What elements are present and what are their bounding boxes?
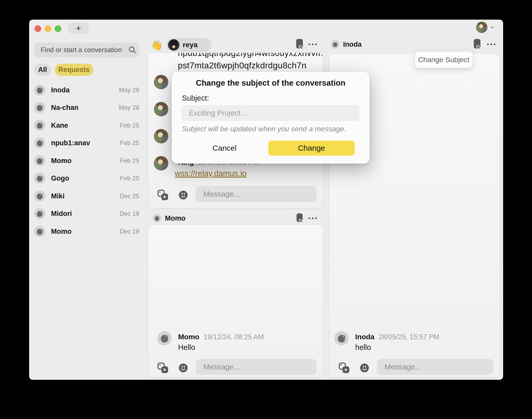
search-icon — [128, 46, 137, 54]
clipped-message-line: npub1qjqtnpdg2lygn4wfs0uyxzxnvvmjry — [148, 53, 323, 59]
conversation-name: Gogo — [51, 174, 120, 182]
inoda-avatar — [331, 40, 339, 49]
message-sender: Momo — [178, 333, 199, 341]
conversation-date: Dec 19 — [120, 210, 139, 217]
screenshot-canvas: + All Requests Inoda May 28 Na-chan May … — [0, 0, 532, 419]
change-button[interactable]: Change — [268, 141, 355, 156]
wave-emoji: 👋 — [151, 40, 163, 51]
modal-title: Change the subject of the conversation — [172, 78, 370, 88]
bird-avatar — [34, 226, 45, 237]
zoom-window-button[interactable] — [55, 25, 61, 32]
conversation-row-momo1[interactable]: Momo Feb 25 — [34, 152, 139, 170]
close-window-button[interactable] — [35, 25, 41, 32]
tab-requests[interactable]: Requests — [55, 64, 93, 76]
bird-avatar — [34, 155, 45, 166]
reya-conversation-chip[interactable]: reya — [167, 38, 212, 52]
relay-link[interactable]: wss://relay.damus.io — [175, 169, 247, 178]
bird-avatar — [34, 102, 45, 113]
momo-avatar — [153, 214, 161, 223]
momo-chat-panel: Momo 19/12/24, 08:25 AM Hello — [148, 225, 323, 377]
change-subject-tooltip: Change Subject — [415, 52, 472, 68]
change-subject-icon[interactable] — [472, 38, 483, 50]
message-header: Momo 19/12/24, 08:25 AM — [178, 333, 264, 341]
bird-avatar — [34, 190, 45, 202]
cancel-button[interactable]: Cancel — [200, 141, 249, 156]
subject-label: Subject: — [182, 94, 209, 102]
message-sender: Inoda — [355, 333, 375, 341]
message-avatar[interactable] — [154, 102, 168, 116]
message-avatar[interactable] — [157, 331, 172, 345]
search-input[interactable] — [34, 43, 139, 57]
conversation-row-miki[interactable]: Miki Dec 25 — [34, 187, 139, 205]
attach-media-icon[interactable] — [157, 189, 169, 201]
minimize-window-button[interactable] — [45, 25, 51, 32]
conversation-date: Feb 25 — [120, 139, 139, 147]
message-input[interactable] — [196, 359, 317, 375]
conversation-row-npub[interactable]: npub1:anav Feb 25 — [34, 134, 139, 152]
message-input[interactable] — [377, 359, 493, 375]
attach-media-icon[interactable] — [338, 362, 350, 374]
account-menu[interactable] — [476, 22, 495, 33]
conversation-name: Momo — [51, 157, 120, 165]
message-avatar[interactable] — [154, 75, 168, 89]
conversation-date: Dec 25 — [120, 192, 139, 200]
reya-title: reya — [183, 41, 198, 49]
message-timestamp: 28/05/25, 15:57 PM — [379, 333, 439, 341]
conversation-name: Kane — [51, 122, 120, 130]
conversation-row-nachan[interactable]: Na-chan May 28 — [34, 99, 139, 116]
conversation-name: Na-chan — [51, 104, 119, 112]
user-avatar[interactable] — [476, 22, 487, 33]
new-conversation-button[interactable]: + — [68, 22, 89, 34]
bird-avatar — [34, 120, 45, 131]
subject-hint: Subject will be updated when you send a … — [182, 125, 346, 133]
inoda-panel-title: Inoda — [343, 41, 362, 49]
conversation-name: npub1:anav — [51, 139, 120, 147]
app-window: + All Requests Inoda May 28 Na-chan May … — [29, 20, 503, 380]
conversation-name: Inoda — [51, 86, 119, 94]
more-options-icon[interactable] — [309, 217, 317, 219]
chevron-down-icon[interactable] — [490, 24, 495, 31]
conversation-row-momo2[interactable]: Momo Dec 19 — [34, 223, 139, 240]
conversation-row-gogo[interactable]: Gogo Feb 20 — [34, 170, 139, 187]
bird-avatar — [34, 137, 45, 149]
emoji-icon[interactable] — [178, 190, 188, 200]
emoji-icon[interactable] — [360, 363, 369, 373]
conversation-date: May 28 — [119, 86, 139, 94]
conversation-date: May 28 — [119, 104, 139, 111]
conversation-row-inoda[interactable]: Inoda May 28 — [34, 81, 139, 99]
conversation-name: Momo — [51, 228, 120, 236]
bird-avatar — [34, 84, 45, 96]
message-header: Inoda 28/05/25, 15:57 PM — [355, 333, 439, 341]
conversation-date: Feb 25 — [120, 122, 139, 129]
conversation-date: Dec 19 — [120, 228, 139, 235]
message-text: hello — [355, 343, 371, 352]
conversation-name: Midori — [51, 210, 120, 218]
more-options-icon[interactable] — [487, 44, 495, 45]
reya-avatar — [168, 39, 179, 51]
tab-all[interactable]: All — [34, 64, 51, 76]
conversation-row-kane[interactable]: Kane Feb 25 — [34, 117, 139, 134]
message-avatar[interactable] — [334, 331, 349, 345]
change-subject-icon[interactable] — [295, 38, 305, 50]
attach-media-icon[interactable] — [157, 362, 169, 374]
message-text: Hello — [178, 343, 195, 352]
momo-panel-title: Momo — [165, 214, 185, 222]
conversation-date: Feb 20 — [120, 175, 139, 182]
emoji-icon[interactable] — [178, 363, 188, 373]
message-input[interactable] — [196, 186, 317, 202]
npub-text: pst7mta2t6wpjh0qfzkdrdgu8ch7n — [178, 61, 306, 70]
conversation-name: Miki — [51, 192, 120, 200]
message-timestamp: 19/12/24, 08:25 AM — [203, 333, 264, 341]
conversation-date: Feb 25 — [120, 157, 139, 164]
more-options-icon[interactable] — [309, 44, 317, 45]
subject-input[interactable] — [182, 105, 359, 121]
change-subject-icon[interactable] — [295, 213, 305, 224]
bird-avatar — [34, 208, 45, 219]
bird-avatar — [34, 173, 45, 184]
message-avatar[interactable] — [154, 156, 168, 171]
change-subject-modal: Change the subject of the conversation S… — [172, 72, 370, 164]
message-avatar[interactable] — [154, 129, 168, 143]
conversation-row-midori[interactable]: Midori Dec 19 — [34, 205, 139, 222]
